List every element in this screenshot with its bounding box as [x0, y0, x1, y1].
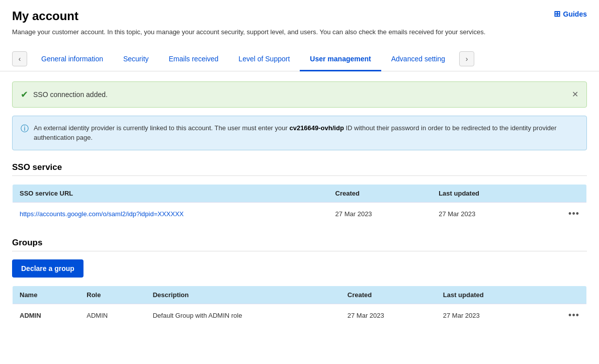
- tab-general[interactable]: General information: [31, 48, 113, 71]
- th-sso-url: SSO service URL: [13, 184, 328, 202]
- page-description: Manage your customer account. In this to…: [12, 27, 540, 37]
- groups-divider: [12, 251, 587, 251]
- guides-link[interactable]: ⊞ Guides: [554, 9, 587, 19]
- tab-user-management[interactable]: User management: [300, 48, 381, 71]
- success-banner-text: SSO connection added.: [33, 90, 108, 99]
- group-more-button[interactable]: •••: [568, 310, 579, 321]
- th-group-updated: Last updated: [436, 286, 539, 304]
- sso-divider: [12, 175, 587, 176]
- th-group-role: Role: [79, 286, 145, 304]
- groups-table-row: ADMIN ADMIN Default Group with ADMIN rol…: [13, 304, 587, 327]
- sso-table: SSO service URL Created Last updated htt…: [12, 184, 587, 226]
- sso-more-button[interactable]: •••: [568, 209, 579, 219]
- tabs-container: ‹ General information Security Emails re…: [0, 47, 599, 71]
- idp-highlight: cv216649-ovh/idp: [289, 124, 344, 132]
- sso-section: SSO service SSO service URL Created Last…: [12, 162, 587, 226]
- page-title: My account: [12, 9, 587, 23]
- group-created-cell: 27 Mar 2023: [340, 304, 436, 327]
- tabs-list: General information Security Emails rece…: [31, 47, 455, 71]
- guides-label: Guides: [563, 10, 587, 18]
- group-desc-cell: Default Group with ADMIN role: [146, 304, 340, 327]
- tab-security[interactable]: Security: [113, 48, 159, 71]
- group-name-cell: ADMIN: [13, 304, 80, 327]
- tab-next-arrow[interactable]: ›: [459, 51, 474, 66]
- groups-section-title: Groups: [12, 238, 587, 248]
- th-group-desc: Description: [146, 286, 340, 304]
- tab-prev-arrow[interactable]: ‹: [12, 51, 27, 66]
- guides-icon: ⊞: [554, 9, 560, 19]
- success-banner-close[interactable]: ✕: [572, 89, 578, 99]
- th-group-actions: [539, 286, 587, 304]
- tab-emails[interactable]: Emails received: [159, 48, 229, 71]
- th-sso-created: Created: [328, 184, 432, 202]
- sso-url-cell: https://accounts.google.com/o/saml2/idp?…: [13, 202, 328, 225]
- groups-section: Groups Declare a group Name Role Descrip…: [12, 238, 587, 327]
- info-banner-text: An external identity provider is current…: [34, 123, 578, 143]
- main-content: ✔ SSO connection added. ✕ ⓘ An external …: [0, 71, 599, 337]
- tab-support[interactable]: Level of Support: [228, 48, 300, 71]
- th-sso-actions: [535, 184, 587, 202]
- sso-table-header-row: SSO service URL Created Last updated: [13, 184, 587, 202]
- group-updated-cell: 27 Mar 2023: [436, 304, 539, 327]
- sso-table-row: https://accounts.google.com/o/saml2/idp?…: [13, 202, 587, 225]
- page-header: My account Manage your customer account.…: [0, 0, 599, 42]
- groups-table-body: ADMIN ADMIN Default Group with ADMIN rol…: [13, 304, 587, 327]
- sso-table-head: SSO service URL Created Last updated: [13, 184, 587, 202]
- th-sso-updated: Last updated: [432, 184, 535, 202]
- declare-group-button[interactable]: Declare a group: [12, 259, 83, 278]
- group-actions-cell: •••: [539, 304, 587, 327]
- info-banner: ⓘ An external identity provider is curre…: [12, 116, 587, 150]
- success-banner: ✔ SSO connection added. ✕: [12, 81, 587, 108]
- group-role-cell: ADMIN: [79, 304, 145, 327]
- success-check-icon: ✔: [21, 89, 28, 100]
- sso-url-link[interactable]: https://accounts.google.com/o/saml2/idp?…: [20, 210, 184, 218]
- sso-section-title: SSO service: [12, 162, 587, 172]
- tab-advanced[interactable]: Advanced setting: [381, 48, 455, 71]
- th-group-name: Name: [13, 286, 80, 304]
- th-group-created: Created: [340, 286, 436, 304]
- sso-actions-cell: •••: [535, 202, 587, 225]
- sso-created-cell: 27 Mar 2023: [328, 202, 432, 225]
- groups-table-head: Name Role Description Created Last updat…: [13, 286, 587, 304]
- success-banner-left: ✔ SSO connection added.: [21, 89, 108, 100]
- sso-table-body: https://accounts.google.com/o/saml2/idp?…: [13, 202, 587, 225]
- info-icon: ⓘ: [21, 124, 29, 134]
- groups-header-row: Name Role Description Created Last updat…: [13, 286, 587, 304]
- sso-updated-cell: 27 Mar 2023: [432, 202, 535, 225]
- groups-table: Name Role Description Created Last updat…: [12, 286, 587, 327]
